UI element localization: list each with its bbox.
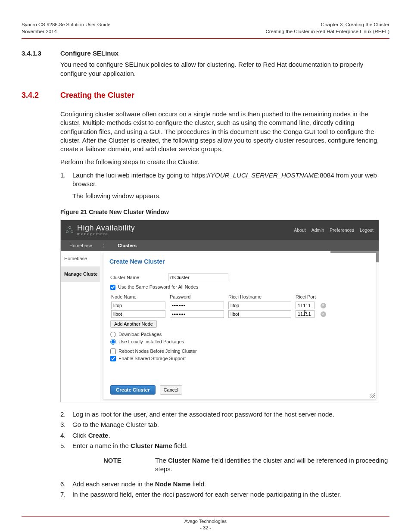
cluster-name-label: Cluster Name bbox=[110, 274, 165, 281]
nodes-table: Node Name Password Ricci Hostname Ricci … bbox=[110, 293, 328, 318]
dialog-title: Create New Cluster bbox=[103, 253, 376, 268]
header-right-1: Chapter 3: Creating the Cluster bbox=[265, 22, 389, 28]
local-packages-label: Use Locally Installed Packages bbox=[118, 339, 184, 345]
reboot-nodes-label: Reboot Nodes Before Joining Cluster bbox=[118, 348, 197, 355]
step-1-text: Launch the luci web interface by going t… bbox=[72, 171, 377, 187]
section-number-3413: 3.4.1.3 bbox=[22, 49, 60, 82]
same-password-checkbox[interactable] bbox=[110, 285, 115, 290]
footer-page-number: - 32 - bbox=[22, 525, 389, 531]
step-3-text: Go to the Manage Cluster tab. bbox=[72, 420, 389, 429]
resize-handle-icon[interactable] bbox=[370, 393, 375, 398]
shared-storage-checkbox[interactable] bbox=[110, 356, 116, 361]
node-password-input-1[interactable] bbox=[170, 302, 224, 309]
header-right-2: Creating the Cluster in Red Hat Enterpri… bbox=[265, 28, 389, 35]
remove-node-icon[interactable]: × bbox=[321, 303, 326, 308]
step-5-num: 5. bbox=[60, 442, 72, 450]
create-cluster-dialog: Create New Cluster Cluster Name Use the … bbox=[103, 253, 376, 399]
step-4-num: 4. bbox=[60, 431, 72, 440]
ricci-hostname-input-1[interactable] bbox=[228, 302, 291, 309]
col-ricci-port: Ricci Port bbox=[295, 293, 320, 301]
step-6-text: Add each server node in the Node Name fi… bbox=[72, 480, 389, 488]
chevron-right-icon: 〉 bbox=[103, 243, 107, 249]
header-left-2: November 2014 bbox=[22, 28, 110, 35]
note-block: NOTE The Cluster Name field identifies t… bbox=[103, 456, 389, 474]
section-number-342: 3.4.2 bbox=[22, 91, 39, 100]
step-7-text: In the password field, enter the ricci p… bbox=[72, 490, 389, 499]
luci-toplinks: About Admin Preferences Logout bbox=[290, 227, 374, 233]
luci-sidebar: Homebase Manage Cluste bbox=[61, 251, 100, 402]
tab-clusters[interactable]: Clusters bbox=[113, 240, 141, 251]
luci-brand-title: High Availability bbox=[77, 224, 135, 232]
section-title-3413: Configure SELinux bbox=[60, 49, 389, 58]
note-label: NOTE bbox=[103, 456, 155, 474]
section-title-342: Creating the Cluster bbox=[60, 90, 389, 100]
step-3-num: 3. bbox=[60, 420, 72, 429]
step-6-num: 6. bbox=[60, 480, 72, 488]
footer-company: Avago Technologies bbox=[22, 518, 389, 525]
shared-storage-label: Enable Shared Storage Support bbox=[118, 355, 186, 362]
cancel-button[interactable]: Cancel bbox=[160, 385, 182, 395]
toplink-about[interactable]: About bbox=[294, 227, 305, 233]
same-password-label: Use the Same Password for All Nodes bbox=[118, 284, 198, 290]
tab-homebase[interactable]: Homebase bbox=[65, 240, 97, 251]
section-3413-p1: You need to configure SELinux policies t… bbox=[60, 60, 389, 78]
step-7-num: 7. bbox=[60, 490, 72, 499]
local-packages-radio[interactable] bbox=[110, 339, 116, 345]
luci-brand: High Availability management bbox=[66, 224, 135, 236]
cluster-name-input[interactable] bbox=[168, 274, 228, 281]
toplink-preferences[interactable]: Preferences bbox=[330, 227, 354, 233]
sidebar-item-homebase[interactable]: Homebase bbox=[61, 251, 100, 267]
ha-logo-icon bbox=[66, 226, 74, 234]
node-password-input-2[interactable] bbox=[170, 310, 224, 318]
step-4-text: Click Create. bbox=[72, 431, 389, 440]
remove-node-icon[interactable]: × bbox=[321, 311, 326, 317]
section-342-p1: Configuring cluster software often occur… bbox=[60, 110, 389, 153]
figure-21-caption: Figure 21 Create New Cluster Window bbox=[60, 208, 389, 216]
toplink-logout[interactable]: Logout bbox=[360, 227, 374, 233]
table-row: × bbox=[110, 310, 328, 318]
footer-rule bbox=[22, 516, 389, 516]
page-header: Syncro CS 9286-8e Solution User Guide No… bbox=[22, 22, 389, 35]
note-body: The Cluster Name field identifies the cl… bbox=[155, 456, 389, 474]
node-name-input-1[interactable] bbox=[111, 302, 165, 309]
table-row: × bbox=[110, 301, 328, 310]
step-5-text: Enter a name in the Cluster Name field. bbox=[72, 442, 389, 450]
ricci-port-input-2[interactable] bbox=[296, 310, 314, 318]
step-1-num: 1. bbox=[60, 171, 72, 201]
section-342-p2: Perform the following steps to create th… bbox=[60, 158, 389, 166]
toplink-admin[interactable]: Admin bbox=[311, 227, 324, 233]
reboot-nodes-checkbox[interactable] bbox=[110, 348, 116, 354]
figure-21-screenshot: High Availability management About Admin… bbox=[60, 220, 379, 402]
download-packages-radio[interactable] bbox=[110, 332, 116, 337]
create-cluster-button[interactable]: Create Cluster bbox=[110, 385, 156, 395]
header-left-1: Syncro CS 9286-8e Solution User Guide bbox=[22, 22, 110, 28]
header-rule bbox=[22, 38, 389, 39]
col-password: Password bbox=[169, 293, 227, 301]
ricci-port-input-1[interactable] bbox=[296, 302, 314, 309]
ricci-hostname-input-2[interactable] bbox=[228, 310, 291, 318]
step-2-num: 2. bbox=[60, 410, 72, 419]
col-ricci-hostname: Ricci Hostname bbox=[227, 293, 295, 301]
step-2-text: Log in as root for the user, and enter t… bbox=[72, 410, 389, 419]
col-node-name: Node Name bbox=[110, 293, 169, 301]
download-packages-label: Download Packages bbox=[118, 331, 162, 338]
step-1-line2: The following window appears. bbox=[72, 192, 389, 200]
sidebar-item-manage-clusters[interactable]: Manage Cluste bbox=[61, 267, 100, 282]
node-name-input-2[interactable] bbox=[111, 310, 165, 318]
add-another-node-button[interactable]: Add Another Node bbox=[110, 320, 157, 328]
